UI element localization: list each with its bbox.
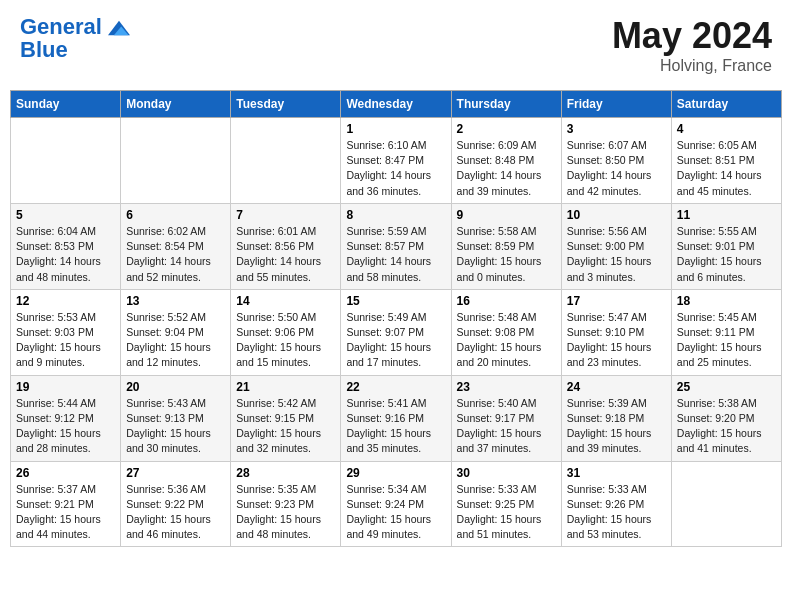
day-number: 12 [16,294,115,308]
day-number: 17 [567,294,666,308]
day-content: Sunrise: 5:47 AM Sunset: 9:10 PM Dayligh… [567,310,666,371]
day-content: Sunrise: 5:48 AM Sunset: 9:08 PM Dayligh… [457,310,556,371]
calendar-cell: 7Sunrise: 6:01 AM Sunset: 8:56 PM Daylig… [231,203,341,289]
day-number: 27 [126,466,225,480]
day-number: 31 [567,466,666,480]
calendar-cell [11,118,121,204]
day-content: Sunrise: 5:40 AM Sunset: 9:17 PM Dayligh… [457,396,556,457]
day-content: Sunrise: 6:09 AM Sunset: 8:48 PM Dayligh… [457,138,556,199]
calendar-week-4: 19Sunrise: 5:44 AM Sunset: 9:12 PM Dayli… [11,375,782,461]
day-number: 11 [677,208,776,222]
day-content: Sunrise: 5:38 AM Sunset: 9:20 PM Dayligh… [677,396,776,457]
calendar-week-5: 26Sunrise: 5:37 AM Sunset: 9:21 PM Dayli… [11,461,782,547]
day-content: Sunrise: 6:07 AM Sunset: 8:50 PM Dayligh… [567,138,666,199]
calendar-cell: 3Sunrise: 6:07 AM Sunset: 8:50 PM Daylig… [561,118,671,204]
day-number: 5 [16,208,115,222]
calendar-cell: 17Sunrise: 5:47 AM Sunset: 9:10 PM Dayli… [561,289,671,375]
day-content: Sunrise: 5:58 AM Sunset: 8:59 PM Dayligh… [457,224,556,285]
day-content: Sunrise: 5:44 AM Sunset: 9:12 PM Dayligh… [16,396,115,457]
month-year-title: May 2024 [612,15,772,57]
day-number: 14 [236,294,335,308]
day-number: 19 [16,380,115,394]
day-number: 29 [346,466,445,480]
calendar-cell: 19Sunrise: 5:44 AM Sunset: 9:12 PM Dayli… [11,375,121,461]
day-number: 7 [236,208,335,222]
day-content: Sunrise: 5:36 AM Sunset: 9:22 PM Dayligh… [126,482,225,543]
location-title: Holving, France [612,57,772,75]
header-saturday: Saturday [671,91,781,118]
day-number: 13 [126,294,225,308]
calendar-cell [671,461,781,547]
calendar-cell: 31Sunrise: 5:33 AM Sunset: 9:26 PM Dayli… [561,461,671,547]
calendar-cell: 4Sunrise: 6:05 AM Sunset: 8:51 PM Daylig… [671,118,781,204]
calendar-cell: 10Sunrise: 5:56 AM Sunset: 9:00 PM Dayli… [561,203,671,289]
day-content: Sunrise: 5:53 AM Sunset: 9:03 PM Dayligh… [16,310,115,371]
calendar-cell: 1Sunrise: 6:10 AM Sunset: 8:47 PM Daylig… [341,118,451,204]
calendar-week-3: 12Sunrise: 5:53 AM Sunset: 9:03 PM Dayli… [11,289,782,375]
calendar-cell: 21Sunrise: 5:42 AM Sunset: 9:15 PM Dayli… [231,375,341,461]
day-content: Sunrise: 5:45 AM Sunset: 9:11 PM Dayligh… [677,310,776,371]
day-number: 23 [457,380,556,394]
logo: General Blue [20,15,130,63]
day-number: 26 [16,466,115,480]
day-content: Sunrise: 5:41 AM Sunset: 9:16 PM Dayligh… [346,396,445,457]
day-content: Sunrise: 6:01 AM Sunset: 8:56 PM Dayligh… [236,224,335,285]
calendar-cell: 16Sunrise: 5:48 AM Sunset: 9:08 PM Dayli… [451,289,561,375]
day-content: Sunrise: 5:42 AM Sunset: 9:15 PM Dayligh… [236,396,335,457]
calendar-table: SundayMondayTuesdayWednesdayThursdayFrid… [10,90,782,547]
day-content: Sunrise: 5:49 AM Sunset: 9:07 PM Dayligh… [346,310,445,371]
day-content: Sunrise: 5:34 AM Sunset: 9:24 PM Dayligh… [346,482,445,543]
calendar-cell: 14Sunrise: 5:50 AM Sunset: 9:06 PM Dayli… [231,289,341,375]
logo-icon [108,17,130,39]
day-content: Sunrise: 5:50 AM Sunset: 9:06 PM Dayligh… [236,310,335,371]
calendar-cell: 22Sunrise: 5:41 AM Sunset: 9:16 PM Dayli… [341,375,451,461]
day-number: 22 [346,380,445,394]
day-number: 2 [457,122,556,136]
day-number: 30 [457,466,556,480]
day-number: 18 [677,294,776,308]
calendar-cell: 20Sunrise: 5:43 AM Sunset: 9:13 PM Dayli… [121,375,231,461]
calendar-cell: 28Sunrise: 5:35 AM Sunset: 9:23 PM Dayli… [231,461,341,547]
calendar-cell: 30Sunrise: 5:33 AM Sunset: 9:25 PM Dayli… [451,461,561,547]
calendar-cell [231,118,341,204]
calendar-week-1: 1Sunrise: 6:10 AM Sunset: 8:47 PM Daylig… [11,118,782,204]
calendar-cell: 29Sunrise: 5:34 AM Sunset: 9:24 PM Dayli… [341,461,451,547]
calendar-cell: 13Sunrise: 5:52 AM Sunset: 9:04 PM Dayli… [121,289,231,375]
day-number: 3 [567,122,666,136]
calendar-cell: 15Sunrise: 5:49 AM Sunset: 9:07 PM Dayli… [341,289,451,375]
calendar-cell [121,118,231,204]
day-content: Sunrise: 6:04 AM Sunset: 8:53 PM Dayligh… [16,224,115,285]
day-content: Sunrise: 6:05 AM Sunset: 8:51 PM Dayligh… [677,138,776,199]
day-number: 1 [346,122,445,136]
day-content: Sunrise: 5:33 AM Sunset: 9:25 PM Dayligh… [457,482,556,543]
day-content: Sunrise: 5:33 AM Sunset: 9:26 PM Dayligh… [567,482,666,543]
calendar-cell: 5Sunrise: 6:04 AM Sunset: 8:53 PM Daylig… [11,203,121,289]
day-number: 16 [457,294,556,308]
day-number: 9 [457,208,556,222]
header-sunday: Sunday [11,91,121,118]
day-number: 4 [677,122,776,136]
day-content: Sunrise: 5:39 AM Sunset: 9:18 PM Dayligh… [567,396,666,457]
day-number: 20 [126,380,225,394]
day-number: 24 [567,380,666,394]
page-header: General Blue May 2024 Holving, France [10,10,782,80]
calendar-cell: 25Sunrise: 5:38 AM Sunset: 9:20 PM Dayli… [671,375,781,461]
calendar-cell: 2Sunrise: 6:09 AM Sunset: 8:48 PM Daylig… [451,118,561,204]
day-number: 10 [567,208,666,222]
header-thursday: Thursday [451,91,561,118]
header-tuesday: Tuesday [231,91,341,118]
day-number: 25 [677,380,776,394]
day-number: 8 [346,208,445,222]
calendar-cell: 9Sunrise: 5:58 AM Sunset: 8:59 PM Daylig… [451,203,561,289]
day-content: Sunrise: 6:02 AM Sunset: 8:54 PM Dayligh… [126,224,225,285]
day-number: 15 [346,294,445,308]
day-number: 6 [126,208,225,222]
day-content: Sunrise: 5:52 AM Sunset: 9:04 PM Dayligh… [126,310,225,371]
title-block: May 2024 Holving, France [612,15,772,75]
day-content: Sunrise: 5:35 AM Sunset: 9:23 PM Dayligh… [236,482,335,543]
day-content: Sunrise: 6:10 AM Sunset: 8:47 PM Dayligh… [346,138,445,199]
calendar-cell: 6Sunrise: 6:02 AM Sunset: 8:54 PM Daylig… [121,203,231,289]
calendar-cell: 23Sunrise: 5:40 AM Sunset: 9:17 PM Dayli… [451,375,561,461]
calendar-cell: 27Sunrise: 5:36 AM Sunset: 9:22 PM Dayli… [121,461,231,547]
calendar-cell: 8Sunrise: 5:59 AM Sunset: 8:57 PM Daylig… [341,203,451,289]
